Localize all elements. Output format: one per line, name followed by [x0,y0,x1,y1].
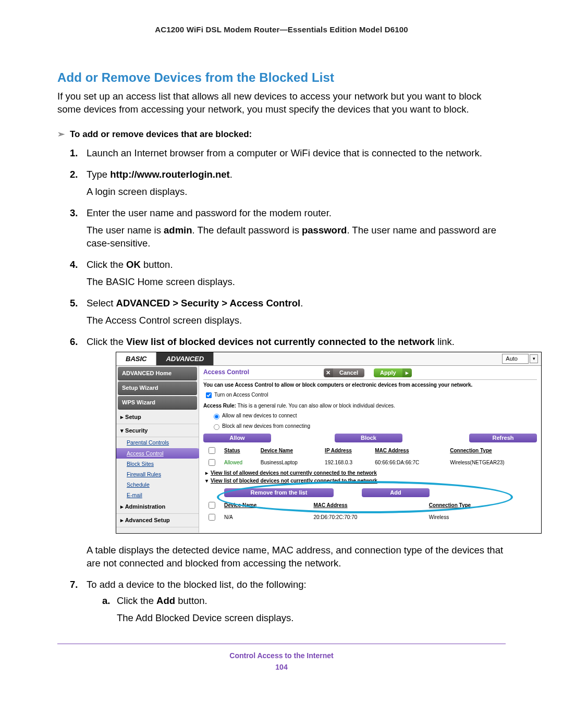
sidebar-block-sites[interactable]: Block Sites [116,459,199,469]
step-7a-result: The Add Blocked Device screen displays. [117,612,506,625]
col-connection-type[interactable]: Connection Type [447,445,537,457]
footer-page-number: 104 [57,663,506,671]
cell-device-name: BusinessLaptop [258,456,322,469]
section-title: Add or Remove Devices from the Blocked L… [57,70,506,85]
sidebar-firewall-rules[interactable]: Firewall Rules [116,469,199,479]
radio-block-row: Block all new devices from connecting [203,421,537,431]
sidebar-access-control[interactable]: Access Control [116,448,202,459]
chevron-right-icon: ▸ [402,368,412,377]
sidebar-email[interactable]: E-mail [116,490,199,500]
step-3: 3. Enter the user name and password for … [70,207,506,250]
allow-button[interactable]: Allow [203,434,271,442]
remove-button[interactable]: Remove from the list [224,488,334,497]
row-checkbox-2[interactable] [209,514,215,521]
procedure-heading-text: To add or remove devices that are blocke… [70,129,252,139]
step-2: 2. Type http://www.routerlogin.net. A lo… [70,168,506,199]
panel-access-control: Access Control ✕ Cancel Apply ▸ [199,366,541,533]
tab-bar: BASIC ADVANCED Auto ▾ [116,352,541,366]
cancel-button[interactable]: ✕ Cancel [324,368,364,377]
cell-mac: 60:66:66:DA:66:7C [372,456,447,469]
sidebar-security[interactable]: ▾ Security [116,424,199,438]
radio-block-all[interactable] [214,424,219,430]
cell-status: Allowed [221,456,258,469]
step-7: 7. To add a device to the blocked list, … [70,578,506,625]
select-all-checkbox-2[interactable] [209,502,215,509]
panel-description: You can use Access Control to allow or b… [203,379,537,390]
block-button[interactable]: Block [335,434,402,442]
step-1-text: Launch an Internet browser from a comput… [87,147,482,158]
radio-allow-row: Allow all new devices to connect [203,411,537,421]
turn-on-checkbox-row: Turn on Access Control [203,389,537,401]
col2-connection-type[interactable]: Connection Type [426,499,537,512]
step-3-text: Enter the user name and password for the… [87,207,332,218]
cancel-label: Cancel [333,368,364,377]
cell-connection: Wireless(NETGEAR23) [447,456,537,469]
refresh-button[interactable]: Refresh [469,434,537,442]
apply-label: Apply [374,368,402,377]
language-select[interactable]: Auto ▾ [499,352,541,366]
sidebar-setup-wizard[interactable]: Setup Wizard [118,381,197,395]
language-value: Auto [502,354,529,364]
radio-allow-label: Allow all new devices to connect [222,413,297,418]
sidebar-schedule[interactable]: Schedule [116,479,199,490]
chevron-down-icon: ▾ [530,354,538,363]
step-2-result: A login screen displays. [87,186,506,199]
sidebar-advanced-setup[interactable]: ▸ Advanced Setup [116,514,199,527]
select-all-checkbox[interactable] [209,447,215,454]
step-7-text: To add a device to the blocked list, do … [87,579,307,590]
cell2-device-name: N/A [221,511,310,524]
table-row: Allowed BusinessLaptop 192.168.0.3 60:66… [203,456,537,469]
add-button[interactable]: Add [362,488,430,497]
row-checkbox[interactable] [209,459,215,466]
apply-button[interactable]: Apply ▸ [374,368,412,377]
step-7a-text: Click the Add button. [117,595,207,606]
step-5-text: Select ADVANCED > Security > Access Cont… [87,298,303,309]
step-4: 4. Click the OK button. The BASIC Home s… [70,258,506,289]
col-status[interactable]: Status [221,445,258,457]
footer-divider [57,644,506,644]
footer-chapter: Control Access to the Internet [57,651,506,660]
col-mac-address[interactable]: MAC Address [372,445,447,457]
turn-on-checkbox[interactable] [206,392,212,398]
sidebar-wps-wizard[interactable]: WPS Wizard [118,396,197,410]
step-1: 1. Launch an Internet browser from a com… [70,147,506,160]
col-ip-address[interactable]: IP Address [322,445,372,457]
step-2-text: Type http://www.routerlogin.net. [87,169,232,180]
col-device-name[interactable]: Device Name [258,445,322,457]
sidebar: ADVANCED Home Setup Wizard WPS Wizard ▸ … [116,366,199,533]
step-6-result: A table displays the detected device nam… [87,544,506,570]
sidebar-parental-controls[interactable]: Parental Controls [116,437,199,448]
step-6-text: Click the View list of blocked devices n… [87,336,455,347]
table-row: N/A 20:D6:70:2C:70:70 Wireless [203,511,537,524]
radio-allow-all[interactable] [214,414,219,419]
step-6: 6. Click the View list of blocked device… [70,336,506,570]
table-header-row: Device Name MAC Address Connection Type [203,499,537,512]
tab-basic[interactable]: BASIC [116,352,156,366]
step-7a: a. Click the Add button. The Add Blocked… [102,595,506,625]
document-model-header: AC1200 WiFi DSL Modem Router—Essentials … [57,25,506,34]
step-5-result: The Access Control screen displays. [87,314,506,327]
intro-paragraph: If you set up an access list that allows… [57,90,506,116]
radio-block-label: Block all new devices from connecting [222,423,310,429]
step-3-result: The user name is admin. The default pass… [87,224,506,250]
sidebar-setup[interactable]: ▸ Setup [116,411,199,424]
cell2-mac: 20:D6:70:2C:70:70 [310,511,425,524]
access-rule-text: Access Rule: This is a general rule. You… [203,401,537,411]
link-blocked-devices[interactable]: ▾View list of blocked devices not curren… [203,477,537,485]
col2-mac-address[interactable]: MAC Address [310,499,425,512]
panel-title: Access Control [203,368,249,376]
close-icon: ✕ [324,368,333,377]
sidebar-advanced-home[interactable]: ADVANCED Home [118,367,197,380]
link-allowed-devices[interactable]: ▸View list of allowed devices not curren… [203,469,537,477]
screenshot-access-control: BASIC ADVANCED Auto ▾ ADVANCED Home Setu… [116,352,542,534]
tab-advanced[interactable]: ADVANCED [156,352,214,366]
sidebar-administration[interactable]: ▸ Administration [116,500,199,514]
turn-on-label: Turn on Access Control [214,392,268,398]
col2-device-name[interactable]: Device Name [221,499,310,512]
connected-devices-table: Status Device Name IP Address MAC Addres… [203,445,537,469]
step-4-text: Click the OK button. [87,259,173,270]
step-5: 5. Select ADVANCED > Security > Access C… [70,297,506,327]
step-4-result: The BASIC Home screen displays. [87,276,506,289]
cell2-connection: Wireless [426,511,537,524]
blocked-devices-table: Device Name MAC Address Connection Type … [203,499,537,524]
